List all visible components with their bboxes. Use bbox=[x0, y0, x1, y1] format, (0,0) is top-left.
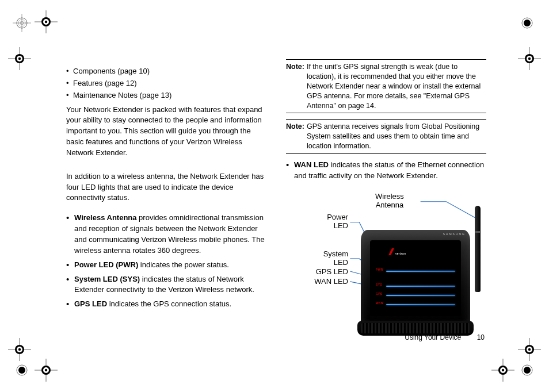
svg-point-40 bbox=[18, 348, 21, 351]
led-row-gps: GPS bbox=[376, 293, 456, 297]
callout-wan-led: WAN LED bbox=[311, 277, 348, 286]
note-block: Note: If the unit's GPS signal strength … bbox=[286, 59, 486, 113]
svg-point-20 bbox=[18, 57, 21, 60]
page-columns: Components (page 10) Features (page 12) … bbox=[66, 66, 486, 364]
callout-text: LED bbox=[319, 221, 348, 230]
callout-power-led: Power LED bbox=[319, 213, 348, 230]
led-row-sys: SYS bbox=[376, 284, 456, 287]
svg-point-25 bbox=[528, 57, 531, 60]
footer-page-number: 10 bbox=[477, 333, 485, 341]
feature-text: indicates the power status. bbox=[138, 260, 229, 269]
note-block: Note: GPS antenna receives signals from … bbox=[286, 119, 486, 154]
feature-label: GPS LED bbox=[74, 299, 107, 308]
feature-label: Wireless Antenna bbox=[74, 213, 137, 222]
callout-text: LED bbox=[315, 258, 348, 267]
feature-list: WAN LED indicates the status of the Ethe… bbox=[286, 160, 486, 182]
page-footer: Using Your Device 10 bbox=[405, 333, 485, 341]
svg-point-30 bbox=[45, 369, 47, 371]
led-light-icon bbox=[386, 295, 455, 296]
feature-label: WAN LED bbox=[294, 160, 329, 169]
callout-text: WAN LED bbox=[314, 277, 348, 286]
crosshair-icon bbox=[35, 359, 58, 382]
callout-text: Wireless bbox=[375, 192, 404, 201]
svg-point-35 bbox=[502, 369, 504, 371]
toc-list: Components (page 10) Features (page 12) … bbox=[66, 66, 266, 101]
crosshair-icon bbox=[35, 10, 58, 33]
led-label: WAN bbox=[376, 301, 383, 305]
feature-text: indicates the GPS connection status. bbox=[107, 299, 231, 308]
feature-item: GPS LED indicates the GPS connection sta… bbox=[66, 299, 266, 310]
crosshair-icon bbox=[518, 338, 541, 361]
led-intro-paragraph: In addition to a wireless antenna, the N… bbox=[66, 171, 266, 204]
feature-label: System LED (SYS) bbox=[74, 275, 140, 283]
led-row-pwr: PWR bbox=[376, 269, 456, 272]
callout-gps-led: GPS LED bbox=[311, 267, 348, 276]
led-light-icon bbox=[386, 304, 455, 305]
svg-point-15 bbox=[45, 21, 47, 23]
crop-mark-icon bbox=[10, 11, 33, 34]
led-light-icon bbox=[386, 271, 455, 272]
svg-point-6 bbox=[524, 20, 531, 26]
crop-mark-icon bbox=[516, 11, 539, 34]
crosshair-icon bbox=[491, 359, 514, 382]
note-label: Note: bbox=[286, 62, 304, 110]
intro-paragraph: Your Network Extender is packed with fea… bbox=[66, 105, 266, 159]
toc-item: Maintenance Notes (page 13) bbox=[66, 90, 266, 101]
right-column: Note: If the unit's GPS signal strength … bbox=[286, 59, 486, 358]
device-face: verizon PWR SYS GPS WAN bbox=[370, 240, 461, 316]
device-antenna-icon bbox=[475, 206, 481, 292]
feature-item: Wireless Antenna provides omnidirectiona… bbox=[66, 213, 266, 256]
led-row-wan: WAN bbox=[376, 302, 456, 306]
led-light-icon bbox=[386, 286, 455, 287]
note-text: GPS antenna receives signals from Global… bbox=[307, 122, 486, 151]
svg-point-10 bbox=[524, 367, 531, 374]
crosshair-icon bbox=[518, 47, 541, 70]
callout-text: System bbox=[315, 249, 348, 259]
note-text: If the unit's GPS signal strength is wea… bbox=[307, 62, 486, 110]
callout-text: Power bbox=[319, 213, 348, 222]
device-illustration: SAMSUNG verizon PWR SYS GPS WAN bbox=[361, 222, 482, 336]
feature-item: Power LED (PWR) indicates the power stat… bbox=[66, 260, 266, 271]
feature-item: System LED (SYS) indicates the status of… bbox=[66, 274, 266, 296]
feature-label: Power LED (PWR) bbox=[74, 260, 138, 269]
crosshair-icon bbox=[8, 338, 31, 361]
verizon-logo-icon: verizon bbox=[387, 247, 414, 256]
callout-text: Antenna bbox=[375, 201, 404, 210]
callout-system-led: System LED bbox=[315, 249, 348, 267]
crop-mark-icon bbox=[516, 359, 539, 382]
led-label: GPS bbox=[376, 292, 382, 296]
crop-mark-icon bbox=[10, 359, 33, 382]
toc-item: Features (page 12) bbox=[66, 78, 266, 89]
footer-section: Using Your Device bbox=[405, 333, 461, 341]
svg-point-45 bbox=[528, 348, 531, 351]
callout-text: GPS LED bbox=[316, 267, 348, 276]
brand-logo: SAMSUNG bbox=[443, 232, 466, 236]
led-label: PWR bbox=[376, 268, 383, 272]
callout-wireless-antenna: Wireless Antenna bbox=[375, 192, 404, 210]
device-diagram: Wireless Antenna Power LED System LED GP… bbox=[286, 191, 486, 358]
svg-point-8 bbox=[18, 367, 25, 374]
feature-item: WAN LED indicates the status of the Ethe… bbox=[286, 160, 486, 182]
note-label: Note: bbox=[286, 122, 304, 151]
feature-list: Wireless Antenna provides omnidirectiona… bbox=[66, 213, 266, 310]
logo-text: verizon bbox=[395, 252, 406, 256]
led-label: SYS bbox=[376, 283, 382, 287]
crosshair-icon bbox=[8, 47, 31, 70]
toc-item: Components (page 10) bbox=[66, 66, 266, 77]
left-column: Components (page 10) Features (page 12) … bbox=[66, 66, 266, 364]
